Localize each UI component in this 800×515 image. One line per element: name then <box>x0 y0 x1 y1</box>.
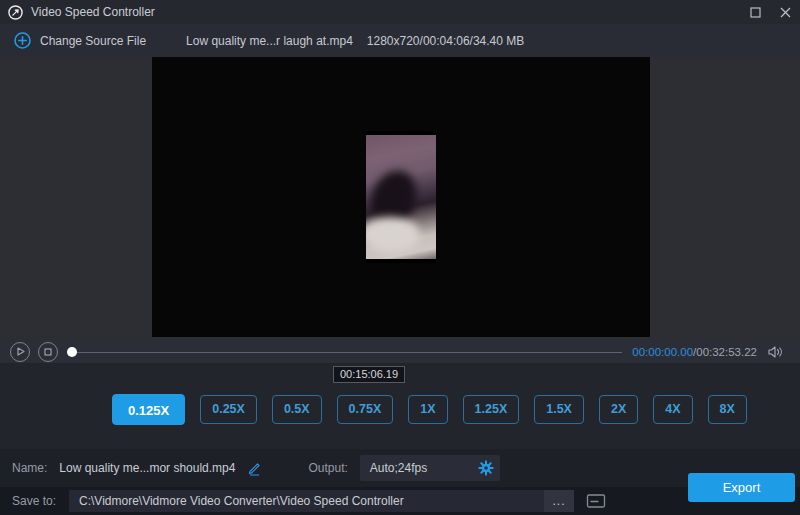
output-label: Output: <box>308 461 347 475</box>
window-title: Video Speed Controller <box>31 5 740 19</box>
bottom-panel: Name: Low quality me...mor should.mp4 Ou… <box>0 449 800 515</box>
close-icon <box>780 7 791 18</box>
speed-button-row: 0.125X 0.25X 0.5X 0.75X 1X 1.25X 1.5X 2X… <box>112 394 747 425</box>
maximize-icon <box>750 7 761 18</box>
volume-icon[interactable] <box>767 345 784 359</box>
change-source-label: Change Source File <box>40 34 146 48</box>
seek-slider[interactable] <box>67 342 622 362</box>
speed-button-15x[interactable]: 1.5X <box>534 395 584 424</box>
save-path-value: C:\Vidmore\Vidmore Video Converter\Video… <box>69 494 544 508</box>
close-button[interactable] <box>770 0 800 24</box>
maximize-button[interactable] <box>740 0 770 24</box>
speed-button-1x[interactable]: 1X <box>408 395 447 424</box>
name-label: Name: <box>12 461 47 475</box>
save-to-label: Save to: <box>12 494 56 508</box>
playback-bar: 00:00:00.00/00:32:53.22 <box>0 340 800 363</box>
output-format-field[interactable]: Auto;24fps <box>360 455 500 481</box>
speed-button-2x[interactable]: 2X <box>599 395 638 424</box>
video-bedsheet-shape <box>366 217 420 252</box>
speed-button-4x[interactable]: 4X <box>653 395 692 424</box>
seek-handle[interactable] <box>67 347 77 357</box>
output-settings-gear-icon[interactable] <box>478 460 494 476</box>
edit-name-icon[interactable] <box>247 461 262 476</box>
browse-folder-button[interactable]: ... <box>544 490 574 512</box>
speed-section: 00:15:06.19 0.125X 0.25X 0.5X 0.75X 1X 1… <box>0 363 800 449</box>
stop-icon <box>44 348 52 356</box>
speed-button-125x[interactable]: 1.25X <box>463 395 520 424</box>
seek-track[interactable] <box>67 352 622 353</box>
total-time: /00:32:53.22 <box>693 346 757 358</box>
save-path-field[interactable]: C:\Vidmore\Vidmore Video Converter\Video… <box>69 490 574 512</box>
speed-button-025x[interactable]: 0.25X <box>200 395 257 424</box>
video-stage <box>0 57 800 340</box>
speed-button-0125x[interactable]: 0.125X <box>112 394 185 425</box>
play-button[interactable] <box>10 342 30 362</box>
output-filename: Low quality me...mor should.mp4 <box>59 461 235 475</box>
speed-button-075x[interactable]: 0.75X <box>337 395 394 424</box>
export-button[interactable]: Export <box>688 473 795 502</box>
time-display: 00:00:00.00/00:32:53.22 <box>632 346 757 358</box>
open-folder-icon[interactable] <box>586 493 606 509</box>
name-output-row: Name: Low quality me...mor should.mp4 Ou… <box>0 449 800 487</box>
speed-button-8x[interactable]: 8X <box>708 395 747 424</box>
current-time: 00:00:00.00 <box>632 346 693 358</box>
output-format-value: Auto;24fps <box>370 461 478 475</box>
titlebar: Video Speed Controller <box>0 0 800 24</box>
video-thumbnail <box>366 131 436 263</box>
save-to-row: Save to: C:\Vidmore\Vidmore Video Conver… <box>0 487 800 515</box>
seek-time-tooltip: 00:15:06.19 <box>333 366 405 383</box>
source-filename: Low quality me...r laugh at.mp4 <box>186 34 353 48</box>
video-viewport[interactable] <box>152 57 650 337</box>
source-file-info: 1280x720/00:04:06/34.40 MB <box>367 34 524 48</box>
source-bar: Change Source File Low quality me...r la… <box>0 24 800 57</box>
add-circle-icon <box>14 32 31 49</box>
change-source-button[interactable]: Change Source File <box>14 32 146 49</box>
app-logo-icon <box>8 5 23 20</box>
stop-button[interactable] <box>38 342 58 362</box>
speed-button-05x[interactable]: 0.5X <box>272 395 322 424</box>
play-icon <box>16 347 25 356</box>
